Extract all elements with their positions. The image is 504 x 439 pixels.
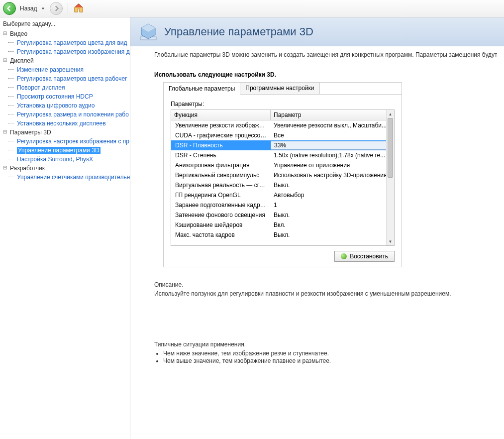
panel-title: Использовать следующие настройки 3D. [154, 71, 497, 78]
forward-button [50, 2, 63, 15]
sidebar-title: Выберите задачу... [3, 20, 130, 27]
cell-value[interactable]: Увеличение резкости выкл., Масштаби... [271, 122, 394, 129]
cell-function: ГП рендеринга OpenGL [171, 192, 271, 199]
tree-item[interactable]: Регулировка параметров изображения д [3, 47, 130, 56]
cell-value[interactable]: 33% [271, 141, 394, 150]
cell-value[interactable]: 1 [271, 202, 394, 209]
table-row[interactable]: CUDA - графические процессорыВсе [171, 130, 394, 140]
restore-button[interactable]: Восстановить [334, 251, 395, 262]
home-button[interactable] [73, 2, 84, 15]
tree-item[interactable]: Установка нескольких дисплеев [3, 119, 130, 128]
cell-value[interactable]: Выкл. [271, 212, 394, 219]
tree-item[interactable]: Установка цифрового аудио [3, 101, 130, 110]
cell-value[interactable]: Все [271, 132, 394, 139]
table-row[interactable]: DSR - Степень1.50x (native resolution);1… [171, 150, 394, 160]
table-row[interactable]: Заранее подготовленные кадры вирту...1 [171, 200, 394, 210]
cell-value[interactable]: Выкл. [271, 182, 394, 189]
restore-label: Восстановить [350, 253, 388, 260]
banner-icon [138, 22, 158, 42]
sidebar: Выберите задачу... ВидеоРегулировка пара… [0, 17, 130, 439]
back-button[interactable] [3, 2, 16, 15]
tree-item[interactable]: Изменение разрешения [3, 65, 130, 74]
main-panel: Управление параметрами 3D Глобальные пар… [130, 17, 504, 439]
cell-function: Вертикальный синхроимпульс [171, 172, 271, 179]
tree-category[interactable]: Видео [3, 29, 130, 38]
tree-item[interactable]: Регулировка размера и положения рабо [3, 110, 130, 119]
list-item: Чем выше значение, тем изображение плавн… [163, 357, 497, 364]
cell-function: Увеличение резкости изображения [171, 122, 271, 129]
typical-block: Типичные ситуации применения. Чем ниже з… [154, 341, 497, 364]
list-item: Чем ниже значение, тем изображение резче… [163, 350, 497, 357]
table-row[interactable]: Увеличение резкости изображенияУвеличени… [171, 120, 394, 130]
cell-function: DSR - Степень [171, 152, 271, 159]
tabs: Глобальные параметры Программные настрой… [163, 82, 402, 95]
table-row[interactable]: Макс. частота кадровВыкл. [171, 230, 394, 240]
cell-value[interactable]: Выкл. [271, 231, 394, 238]
params-label: Параметры: [171, 101, 395, 108]
tree-item[interactable]: Регулировка параметров цвета для вид [3, 38, 130, 47]
page-title: Управление параметрами 3D [164, 25, 313, 38]
scroll-up-icon[interactable]: ▲ [387, 110, 394, 118]
tree-item[interactable]: Поворот дисплея [3, 83, 130, 92]
cell-value[interactable]: 1.50x (native resolution);1.78x (native … [271, 152, 394, 159]
typical-title: Типичные ситуации применения. [154, 341, 497, 348]
tree-item[interactable]: Регулировка параметров цвета рабочег [3, 74, 130, 83]
description-text: Используйте ползунок для регулировки пла… [154, 290, 497, 297]
cell-function: Затенение фонового освещения [171, 212, 271, 219]
table-row[interactable]: Затенение фонового освещенияВыкл. [171, 210, 394, 220]
nvidia-icon [341, 253, 347, 259]
tree-category[interactable]: Параметры 3D [3, 128, 130, 137]
grid-scrollbar[interactable]: ▲ ▼ [386, 110, 394, 245]
table-row[interactable]: Анизотропная фильтрацияУправление от при… [171, 160, 394, 170]
grid-header: Функция Параметр [171, 110, 394, 120]
table-row[interactable]: ГП рендеринга OpenGLАвтовыбор [171, 190, 394, 200]
col-function[interactable]: Функция [171, 110, 271, 120]
toolbar-separator [68, 3, 68, 14]
intro-text: Глобальные параметры 3D можно заменить и… [154, 51, 497, 58]
cell-function: Виртуальная реальность — сглаживан... [171, 182, 271, 189]
toolbar: Назад ▼ [0, 0, 504, 17]
cell-function: Заранее подготовленные кадры вирту... [171, 202, 271, 209]
banner: Управление параметрами 3D [130, 17, 504, 46]
cell-value[interactable]: Использовать настройку 3D-приложения [271, 172, 394, 179]
description-block: Описание. Используйте ползунок для регул… [154, 281, 497, 297]
tree-category[interactable]: Разработчик [3, 164, 130, 173]
table-row[interactable]: Кэширование шейдеровВкл. [171, 220, 394, 230]
col-parameter[interactable]: Параметр [271, 110, 394, 120]
back-label: Назад [20, 5, 37, 12]
table-row[interactable]: Вертикальный синхроимпульсИспользовать н… [171, 170, 394, 180]
tree-item[interactable]: Управление счетчиками производительн [3, 173, 130, 182]
tree-category[interactable]: Дисплей [3, 56, 130, 65]
tree-item[interactable]: Просмотр состояния HDCP [3, 92, 130, 101]
scroll-thumb[interactable] [388, 118, 393, 178]
task-tree: ВидеоРегулировка параметров цвета для ви… [3, 29, 130, 182]
tree-item[interactable]: Настройка Surround, PhysX [3, 155, 130, 164]
tree-item[interactable]: Управление параметрами 3D [3, 146, 130, 155]
back-dropdown-icon[interactable]: ▼ [41, 6, 45, 11]
cell-function: Анизотропная фильтрация [171, 162, 271, 169]
cell-function: CUDA - графические процессоры [171, 132, 271, 139]
cell-value[interactable]: Управление от приложения [271, 162, 394, 169]
settings-grid: Функция Параметр Увеличение резкости изо… [171, 110, 395, 246]
settings-panel: Параметры: Функция Параметр Увеличение р… [163, 95, 402, 267]
cell-value[interactable]: Автовыбор [271, 192, 394, 199]
tree-item[interactable]: Регулировка настроек изображения с пр [3, 137, 130, 146]
description-title: Описание. [154, 281, 497, 288]
cell-function: Кэширование шейдеров [171, 221, 271, 228]
cell-function: DSR - Плавность [171, 142, 271, 149]
scroll-down-icon[interactable]: ▼ [387, 237, 394, 245]
cell-value[interactable]: Вкл. [271, 221, 394, 228]
table-row[interactable]: DSR - Плавность33% [171, 140, 394, 150]
tab-program[interactable]: Программные настройки [240, 83, 319, 94]
cell-function: Макс. частота кадров [171, 231, 271, 238]
tab-global[interactable]: Глобальные параметры [164, 83, 240, 95]
table-row[interactable]: Виртуальная реальность — сглаживан...Вык… [171, 180, 394, 190]
